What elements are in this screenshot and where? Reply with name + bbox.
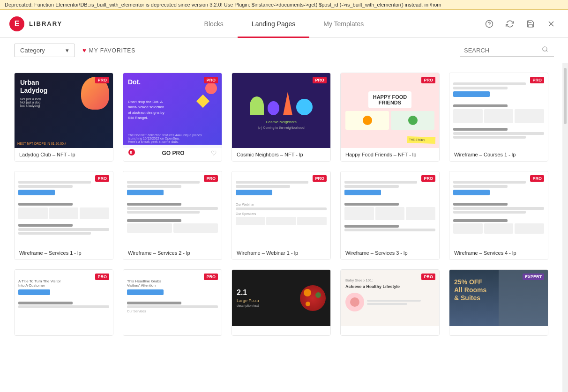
card-label: Wireframe – Services 1 - lp — [15, 246, 113, 259]
card-image: PRO — [341, 171, 439, 246]
search-icon — [542, 46, 548, 54]
go-pro-label[interactable]: GO PRO — [162, 150, 184, 156]
card-image: PRO This Headline GrabsVisitors' Attenti… — [123, 270, 222, 326]
template-card[interactable]: PRO This Headline GrabsVisitors' Attenti… — [123, 269, 222, 336]
card-label: Wireframe – Services 2 - lp — [123, 246, 222, 259]
scrollbar[interactable] — [562, 63, 568, 392]
card-image: Cosmic Neighbors lp | Coming to the neig… — [232, 73, 330, 148]
pro-badge: PRO — [530, 175, 544, 182]
app-name: LIBRARY — [29, 20, 62, 27]
card-image: PRO — [449, 171, 548, 246]
close-button[interactable] — [544, 16, 559, 31]
card-label — [341, 326, 439, 335]
card-image: Dot. Don't drop the Dot. Ahand-picked se… — [123, 73, 222, 148]
save-button[interactable] — [523, 16, 538, 31]
template-card[interactable]: PRO — [449, 171, 548, 260]
svg-text:E: E — [130, 150, 133, 155]
card-label — [123, 326, 222, 335]
scrollbar-thumb — [564, 68, 567, 124]
help-button[interactable] — [482, 16, 497, 31]
search-input[interactable] — [464, 47, 539, 54]
heart-icon: ♥ — [82, 47, 86, 54]
pro-badge: PRO — [95, 274, 109, 280]
pro-badge: PRO — [530, 77, 544, 83]
template-card[interactable]: HAPPY FOODFRIENDS THE STORY — [340, 73, 440, 162]
card-label — [449, 326, 548, 335]
grid-container: UrbanLadydog Not just a ladyNot just a d… — [0, 63, 562, 392]
card-image: PRO Baby Sleep 101: Achieve a Healthy Li… — [341, 270, 439, 326]
deprecation-bar: Deprecated: Function Elementor\DB::is_bu… — [0, 0, 568, 10]
template-card[interactable]: 2.1 Large Pizza description text — [232, 269, 331, 336]
card-image: UrbanLadydog Not just a ladyNot just a d… — [15, 73, 113, 148]
pro-badge: PRO — [204, 77, 218, 83]
card-label: Wireframe – Webinar 1 - lp — [232, 246, 330, 259]
card-label: Wireframe – Services 4 - lp — [449, 246, 548, 259]
pro-badge: PRO — [421, 274, 435, 280]
pro-badge: PRO — [421, 77, 435, 83]
card-image: PRO Our Webinar Our Speakers — [232, 171, 330, 246]
category-select[interactable]: Category ▾ — [14, 44, 75, 57]
pro-badge: PRO — [204, 175, 218, 182]
template-card[interactable]: EXPERT 25% OFFAll Rooms& Suites — [449, 269, 548, 336]
tab-landing-pages[interactable]: Landing Pages — [238, 10, 309, 38]
pro-badge: PRO — [95, 175, 109, 182]
card-image: PRO — [15, 171, 113, 246]
tab-blocks[interactable]: Blocks — [190, 10, 238, 38]
elementor-icon: E — [128, 148, 135, 157]
pro-badge: PRO — [421, 175, 435, 182]
modal-overlay: E LIBRARY Blocks Landing Pages My Templa… — [0, 10, 568, 392]
logo-icon: E — [9, 16, 24, 31]
card-label — [15, 326, 113, 335]
template-card[interactable]: PRO — [340, 171, 440, 260]
template-card[interactable]: PRO Baby Sleep 101: Achieve a Healthy Li… — [340, 269, 440, 336]
pro-badge: PRO — [95, 77, 109, 83]
card-label — [232, 326, 330, 335]
svg-line-5 — [546, 51, 548, 52]
template-card[interactable]: Cosmic Neighbors lp | Coming to the neig… — [232, 73, 331, 162]
template-card[interactable]: PRO — [123, 171, 222, 260]
template-card[interactable]: PRO Our Webinar Our Speakers — [232, 171, 331, 260]
favorites-button[interactable]: ♥ MY FAVORITES — [82, 47, 135, 54]
sync-button[interactable] — [502, 16, 517, 31]
modal-header: E LIBRARY Blocks Landing Pages My Templa… — [0, 10, 568, 38]
card-image: PRO — [449, 73, 548, 148]
search-area — [460, 44, 554, 57]
toolbar: Category ▾ ♥ MY FAVORITES — [0, 38, 568, 63]
favorite-icon[interactable]: ♡ — [211, 149, 217, 157]
card-label: Cosmic Neighbors – NFT - lp — [232, 148, 330, 161]
card-image: PRO — [123, 171, 222, 246]
template-card[interactable]: PRO A Title To Turn The VisitorInto A Cu… — [14, 269, 113, 336]
card-image: HAPPY FOODFRIENDS THE STORY — [341, 73, 439, 148]
card-image: 2.1 Large Pizza description text — [232, 270, 330, 326]
tab-my-templates[interactable]: My Templates — [309, 10, 378, 38]
content-area: UrbanLadydog Not just a ladyNot just a d… — [0, 63, 568, 392]
nav-tabs: Blocks Landing Pages My Templates — [94, 10, 474, 38]
pro-badge: PRO — [313, 175, 327, 182]
logo-area: E LIBRARY — [9, 16, 94, 31]
card-label: Happy Food Friends – NFT - lp — [341, 148, 439, 161]
card-label: Wireframe – Courses 1 - lp — [449, 148, 548, 161]
expert-badge: EXPERT — [523, 274, 544, 280]
go-pro-overlay: E GO PRO ♡ — [123, 145, 222, 161]
template-card[interactable]: Dot. Don't drop the Dot. Ahand-picked se… — [123, 73, 222, 162]
template-card[interactable]: PRO — [449, 73, 548, 162]
template-grid: UrbanLadydog Not just a ladyNot just a d… — [14, 73, 548, 336]
chevron-down-icon: ▾ — [66, 47, 69, 54]
svg-point-4 — [543, 47, 547, 51]
card-label: Ladydog Club – NFT - lp — [15, 148, 113, 161]
card-label: Wireframe – Services 3 - lp — [341, 246, 439, 259]
template-card[interactable]: PRO — [14, 171, 113, 260]
header-actions — [474, 16, 559, 31]
pro-badge: PRO — [313, 77, 327, 83]
pro-badge: PRO — [204, 274, 218, 280]
card-image: EXPERT 25% OFFAll Rooms& Suites — [449, 270, 548, 326]
template-card[interactable]: UrbanLadydog Not just a ladyNot just a d… — [14, 73, 113, 162]
card-image: PRO A Title To Turn The VisitorInto A Cu… — [15, 270, 113, 326]
